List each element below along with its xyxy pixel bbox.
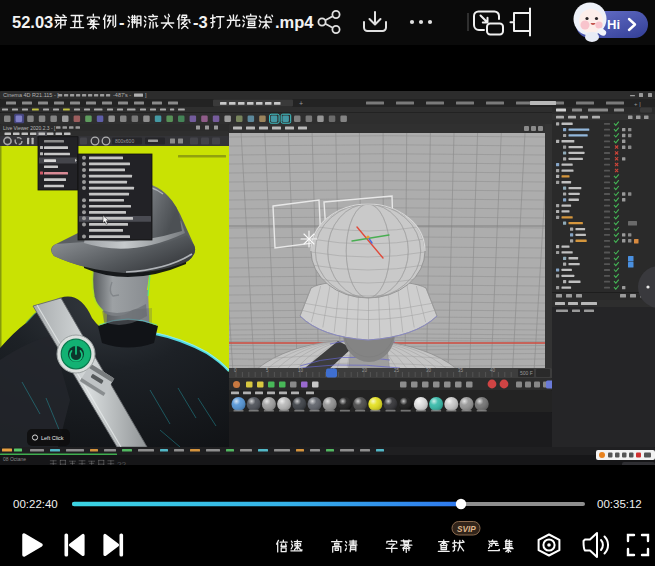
- svg-text:00:22:40: 00:22:40: [13, 498, 58, 510]
- svg-text:00:35:12: 00:35:12: [597, 498, 642, 510]
- svg-text:40: 40: [490, 368, 496, 373]
- svg-text:Left Click: Left Click: [41, 435, 64, 441]
- svg-text:52.03: 52.03: [12, 13, 53, 31]
- svg-text:Cinema 4D R21.115 - [: Cinema 4D R21.115 - [: [3, 92, 59, 98]
- svg-text:.mp4: .mp4: [275, 13, 314, 31]
- svg-text:800x600: 800x600: [115, 138, 134, 144]
- svg-text:Hi: Hi: [607, 17, 620, 32]
- svg-text:SVIP: SVIP: [457, 525, 476, 534]
- svg-text:30: 30: [426, 368, 432, 373]
- svg-text:25: 25: [394, 368, 400, 373]
- svg-text:20: 20: [362, 368, 368, 373]
- svg-text:08 Octane: 08 Octane: [3, 456, 26, 462]
- svg-text:-: -: [119, 13, 125, 31]
- svg-text:+: +: [299, 100, 303, 107]
- svg-text:10: 10: [298, 368, 304, 373]
- svg-text:Live Viewer 2020.2.3 - [: Live Viewer 2020.2.3 - [: [3, 125, 56, 131]
- svg-text:-3: -3: [193, 13, 208, 31]
- svg-text:35: 35: [458, 368, 464, 373]
- svg-text:+ |: + |: [634, 101, 641, 107]
- svg-text:500 F: 500 F: [520, 370, 533, 376]
- svg-text:-487's -: -487's -: [113, 92, 131, 98]
